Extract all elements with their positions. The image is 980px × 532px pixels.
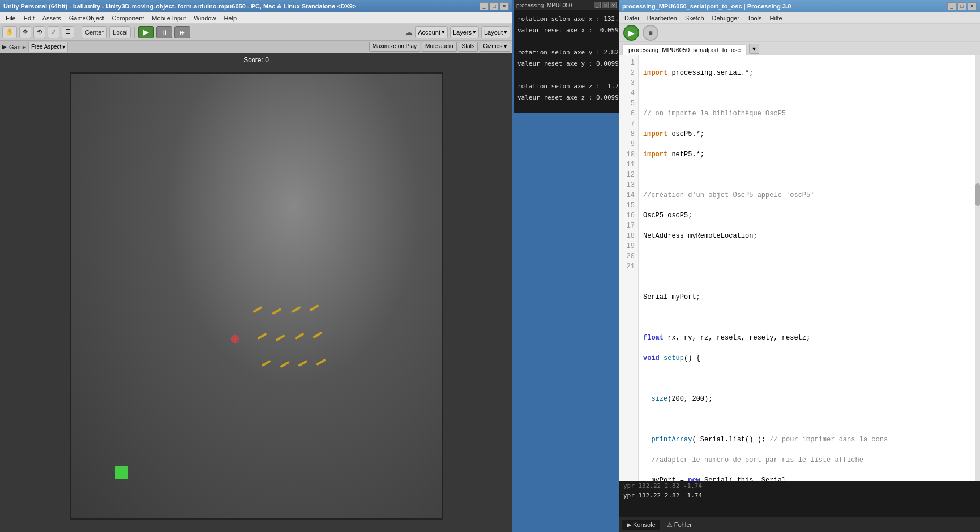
code-line-9: NetAddress myRemoteLocation;	[643, 231, 975, 241]
menu-mobileinput[interactable]: Mobile Input	[148, 14, 189, 23]
code-line-11	[643, 272, 975, 282]
mute-audio-button[interactable]: Mute audio	[422, 42, 456, 52]
processing-ide-menubar: Datei Bearbeiten Sketch Debugger Tools H…	[619, 12, 980, 24]
console-line-4: rotation selon axe y : 2.82	[517, 47, 615, 58]
menu-help[interactable]: Help	[220, 14, 240, 23]
console-line-1: rotation selon axe x : 132.22	[517, 14, 615, 25]
score-bar: Score: 0	[0, 53, 512, 67]
maximize-on-play-button[interactable]: Maximize on Play	[369, 42, 420, 52]
konsole-tab[interactable]: ▶ Konsole	[622, 520, 660, 530]
code-line-17: size(200, 200);	[643, 394, 975, 404]
processing-console-content: rotation selon axe x : 132.22 valeur res…	[514, 10, 619, 113]
move-tool-button[interactable]: ✥	[19, 26, 31, 38]
console-line-7: rotation selon axe z : -1.74	[517, 81, 615, 92]
unity-window: Unity Personal (64bit) - ball.unity - Un…	[0, 0, 512, 532]
menu-assets[interactable]: Assets	[39, 14, 65, 23]
console-minimize-button[interactable]: _	[594, 2, 601, 8]
run-button[interactable]: ▶	[623, 25, 639, 41]
enemy-dash	[275, 334, 285, 341]
enemy-dash	[316, 359, 326, 366]
code-line-2	[643, 88, 975, 98]
menu-edit[interactable]: Edit	[20, 14, 38, 23]
processing-ide-controls: _ □ ✕	[947, 2, 977, 10]
console-tabs: ▶ Konsole ⚠ Fehler	[619, 517, 980, 532]
enemy-dash	[253, 306, 263, 313]
fehler-tab-label: Fehler	[674, 521, 692, 528]
code-line-6	[643, 170, 975, 180]
menu-file[interactable]: File	[2, 14, 19, 23]
code-line-20: //adapter le numero de port par ris le l…	[643, 455, 975, 465]
console-close-button[interactable]: ✕	[610, 2, 617, 8]
scale-tool-button[interactable]: ⤢	[48, 26, 59, 38]
enemy-dash	[257, 333, 267, 340]
code-line-21: myPort = new Serial( this, Serial.	[643, 475, 975, 481]
cloud-icon: ☁	[405, 28, 413, 37]
code-line-15: void setup() {	[643, 353, 975, 363]
game-canvas	[70, 72, 443, 520]
menu-gameobject[interactable]: GameObject	[66, 14, 108, 23]
ide-menu-debugger[interactable]: Debugger	[709, 14, 743, 23]
ide-menu-bearbeiten[interactable]: Bearbeiten	[644, 14, 681, 23]
layers-dropdown[interactable]: Layers ▾	[450, 26, 479, 38]
game-tab-label: ▶ Game	[2, 44, 26, 50]
enemy-dash	[272, 308, 282, 315]
editor-scrollbar-thumb[interactable]	[975, 183, 980, 206]
stop-button[interactable]: ■	[643, 25, 658, 41]
add-tab-button[interactable]: ▾	[749, 44, 759, 54]
ide-minimize-button[interactable]: _	[947, 2, 956, 10]
gizmos-dropdown[interactable]: Gizmos ▾	[480, 42, 510, 52]
aspect-chevron-icon: ▾	[62, 44, 65, 50]
ide-menu-tools[interactable]: Tools	[744, 14, 765, 23]
enemy-dash	[294, 333, 305, 340]
menu-component[interactable]: Component	[108, 14, 147, 23]
unity-titlebar-controls: _ □ ✕	[480, 2, 509, 10]
crosshair-circle	[231, 335, 239, 343]
play-button[interactable]: ▶	[138, 26, 154, 38]
layout-dropdown[interactable]: Layout ▾	[481, 26, 510, 38]
processing-tabs: processing_MPU6050_serialport_to_osc ▾	[619, 42, 980, 55]
console-maximize-button[interactable]: □	[602, 2, 609, 8]
rect-tool-button[interactable]: ☰	[62, 26, 74, 38]
code-editor: 12345 678910 1112131415 1617181920 21 im…	[619, 55, 980, 481]
aspect-ratio-dropdown[interactable]: Free Aspect ▾	[28, 42, 68, 52]
separator-1	[78, 27, 78, 38]
fehler-tab-icon: ⚠	[667, 521, 673, 529]
menu-window[interactable]: Window	[190, 14, 219, 23]
account-dropdown[interactable]: Account ▾	[415, 26, 448, 38]
editor-scrollbar[interactable]	[975, 55, 980, 481]
pause-button[interactable]: ⏸	[156, 26, 172, 38]
layers-chevron-icon: ▾	[473, 28, 476, 36]
code-line-4: import oscP5.*;	[643, 129, 975, 139]
code-line-8: OscP5 oscP5;	[643, 211, 975, 221]
unity-window-title: Unity Personal (64bit) - ball.unity - Un…	[3, 3, 356, 10]
ide-maximize-button[interactable]: □	[957, 2, 966, 10]
code-content[interactable]: import processing.serial.*; // on import…	[639, 55, 980, 481]
enemy-dash	[261, 360, 271, 367]
ide-menu-sketch[interactable]: Sketch	[682, 14, 708, 23]
active-tab[interactable]: processing_MPU6050_serialport_to_osc	[622, 44, 747, 55]
enemy-dash	[313, 332, 323, 338]
enemy-dash	[280, 361, 290, 368]
fehler-tab[interactable]: ⚠ Fehler	[662, 520, 696, 530]
code-line-16	[643, 374, 975, 384]
close-button[interactable]: ✕	[500, 2, 509, 10]
console-line-5: valeur reset axe y : 0.00999999	[517, 58, 615, 70]
hand-tool-button[interactable]: ✋	[2, 26, 17, 38]
konsole-tab-label: Konsole	[633, 521, 656, 528]
center-pivot-button[interactable]: Center	[82, 26, 107, 38]
console-current-data: ypr 132.22 2.82 -1.74	[619, 491, 980, 500]
maximize-button[interactable]: □	[490, 2, 499, 10]
ide-menu-datei[interactable]: Datei	[621, 14, 643, 23]
rotate-tool-button[interactable]: ⟲	[33, 26, 45, 38]
processing-console-window: processing_MPU6050 _ □ ✕ rotation selon …	[514, 0, 619, 113]
green-square	[115, 466, 128, 479]
local-space-button[interactable]: Local	[109, 26, 131, 38]
game-tab-toolbar: ▶ Game Free Aspect ▾ Maximize on Play Mu…	[0, 41, 512, 53]
ide-close-button[interactable]: ✕	[968, 2, 977, 10]
step-button[interactable]: ⏭	[174, 26, 190, 38]
enemy-dash	[291, 306, 301, 313]
console-line-2: valeur reset axe x : -0.05999756	[517, 25, 615, 36]
ide-menu-hilfe[interactable]: Hilfe	[767, 14, 786, 23]
stats-button[interactable]: Stats	[459, 42, 478, 52]
minimize-button[interactable]: _	[480, 2, 489, 10]
